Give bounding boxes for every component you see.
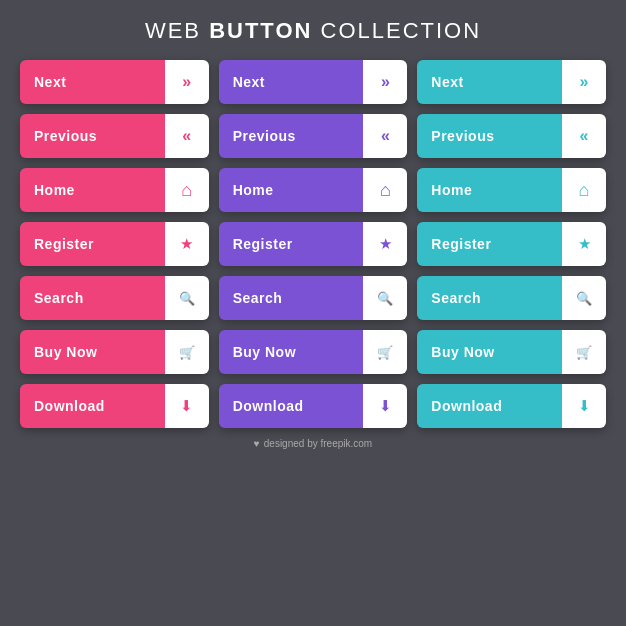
prev-icon bbox=[562, 114, 606, 158]
download-icon bbox=[165, 384, 209, 428]
button-label-next-purple: Next bbox=[219, 60, 364, 104]
prev-icon bbox=[165, 114, 209, 158]
button-label-register-teal: Register bbox=[417, 222, 562, 266]
search-icon bbox=[165, 276, 209, 320]
home-icon bbox=[165, 168, 209, 212]
button-label-next-pink: Next bbox=[20, 60, 165, 104]
button-search-pink[interactable]: Search bbox=[20, 276, 209, 320]
button-search-teal[interactable]: Search bbox=[417, 276, 606, 320]
button-prev-purple[interactable]: Previous bbox=[219, 114, 408, 158]
button-next-pink[interactable]: Next bbox=[20, 60, 209, 104]
cart-icon bbox=[363, 330, 407, 374]
button-prev-teal[interactable]: Previous bbox=[417, 114, 606, 158]
button-home-purple[interactable]: Home bbox=[219, 168, 408, 212]
button-label-prev-teal: Previous bbox=[417, 114, 562, 158]
star-icon bbox=[165, 222, 209, 266]
button-next-teal[interactable]: Next bbox=[417, 60, 606, 104]
footer-credit: ♥ designed by freepik.com bbox=[254, 438, 372, 449]
next-icon bbox=[363, 60, 407, 104]
next-icon bbox=[165, 60, 209, 104]
button-download-purple[interactable]: Download bbox=[219, 384, 408, 428]
button-label-buynow-teal: Buy Now bbox=[417, 330, 562, 374]
button-home-pink[interactable]: Home bbox=[20, 168, 209, 212]
button-register-purple[interactable]: Register bbox=[219, 222, 408, 266]
button-label-download-purple: Download bbox=[219, 384, 364, 428]
button-prev-pink[interactable]: Previous bbox=[20, 114, 209, 158]
download-icon bbox=[363, 384, 407, 428]
button-register-teal[interactable]: Register bbox=[417, 222, 606, 266]
next-icon bbox=[562, 60, 606, 104]
button-home-teal[interactable]: Home bbox=[417, 168, 606, 212]
button-register-pink[interactable]: Register bbox=[20, 222, 209, 266]
search-icon bbox=[562, 276, 606, 320]
button-label-search-purple: Search bbox=[219, 276, 364, 320]
button-buynow-teal[interactable]: Buy Now bbox=[417, 330, 606, 374]
button-next-purple[interactable]: Next bbox=[219, 60, 408, 104]
search-icon bbox=[363, 276, 407, 320]
button-label-search-pink: Search bbox=[20, 276, 165, 320]
button-label-register-pink: Register bbox=[20, 222, 165, 266]
button-label-home-purple: Home bbox=[219, 168, 364, 212]
download-icon bbox=[562, 384, 606, 428]
star-icon bbox=[363, 222, 407, 266]
button-label-search-teal: Search bbox=[417, 276, 562, 320]
button-grid: NextNextNextPreviousPreviousPreviousHome… bbox=[20, 60, 606, 428]
button-label-home-pink: Home bbox=[20, 168, 165, 212]
button-download-pink[interactable]: Download bbox=[20, 384, 209, 428]
button-search-purple[interactable]: Search bbox=[219, 276, 408, 320]
home-icon bbox=[562, 168, 606, 212]
button-label-register-purple: Register bbox=[219, 222, 364, 266]
cart-icon bbox=[165, 330, 209, 374]
button-label-download-pink: Download bbox=[20, 384, 165, 428]
button-label-download-teal: Download bbox=[417, 384, 562, 428]
button-buynow-pink[interactable]: Buy Now bbox=[20, 330, 209, 374]
button-buynow-purple[interactable]: Buy Now bbox=[219, 330, 408, 374]
cart-icon bbox=[562, 330, 606, 374]
button-label-home-teal: Home bbox=[417, 168, 562, 212]
home-icon bbox=[363, 168, 407, 212]
button-label-buynow-pink: Buy Now bbox=[20, 330, 165, 374]
star-icon bbox=[562, 222, 606, 266]
button-label-buynow-purple: Buy Now bbox=[219, 330, 364, 374]
button-label-prev-pink: Previous bbox=[20, 114, 165, 158]
button-label-next-teal: Next bbox=[417, 60, 562, 104]
page-title: WEB BUTTON COLLECTION bbox=[145, 18, 481, 44]
button-download-teal[interactable]: Download bbox=[417, 384, 606, 428]
button-label-prev-purple: Previous bbox=[219, 114, 364, 158]
prev-icon bbox=[363, 114, 407, 158]
